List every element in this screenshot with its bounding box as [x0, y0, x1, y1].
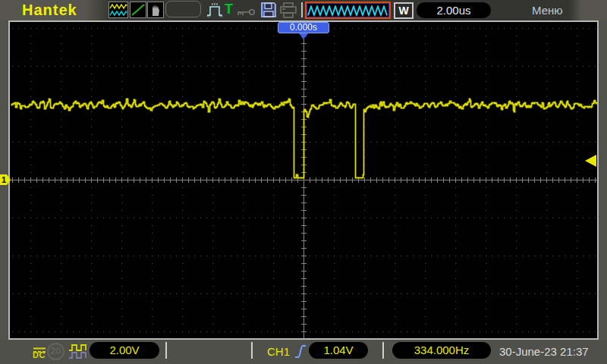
frequency-readout[interactable]: 334.000Hz — [392, 342, 491, 359]
divider — [165, 342, 167, 359]
brand-logo: Hantek — [22, 2, 77, 19]
channel-waves-icon[interactable] — [109, 2, 128, 18]
trigger-slope-icon[interactable] — [294, 342, 307, 363]
trigger-letter[interactable]: T — [225, 2, 233, 17]
trigger-source-wave-icon[interactable] — [305, 2, 391, 19]
diagonal-line-icon[interactable] — [130, 2, 146, 18]
scope-screen — [8, 20, 599, 340]
trigger-level-marker[interactable] — [585, 155, 596, 167]
hand-cursor-icon[interactable] — [147, 2, 164, 18]
dc-coupling-label: DC — [33, 350, 46, 359]
trigger-channel-label: CH1 — [267, 345, 290, 358]
bottom-status-bar: DC 20 2.00V CH1 1.04V 334.000Hz 30-June-… — [0, 340, 607, 364]
time-offset-marker[interactable]: 0.000s — [278, 22, 329, 33]
pulse-trigger-icon[interactable] — [206, 2, 225, 21]
waveform-display — [10, 22, 597, 338]
toolbar-divider — [301, 2, 303, 17]
invert-wave-icon[interactable] — [68, 344, 88, 363]
top-toolbar: Hantek T — [0, 0, 607, 20]
timebase-readout[interactable]: 2.00us — [417, 2, 491, 18]
trigger-level-readout[interactable]: 1.04V — [309, 342, 368, 359]
divider — [251, 342, 253, 359]
print-icon[interactable] — [279, 2, 297, 21]
time-offset-pointer — [299, 33, 308, 39]
dc-coupling-icon[interactable]: DC — [33, 343, 48, 361]
divider — [382, 342, 384, 359]
bandwidth-limit-icon[interactable]: 20 — [47, 343, 64, 360]
w-mode-indicator[interactable]: W — [394, 2, 414, 19]
lock-key-icon[interactable] — [236, 6, 256, 20]
volts-per-div-readout[interactable]: 2.00V — [90, 342, 159, 359]
datetime-readout: 30-June-23 21:37 — [499, 345, 589, 358]
save-floppy-icon[interactable] — [260, 2, 277, 21]
empty-slot-box — [165, 1, 201, 17]
menu-button[interactable]: Меню — [532, 4, 563, 17]
